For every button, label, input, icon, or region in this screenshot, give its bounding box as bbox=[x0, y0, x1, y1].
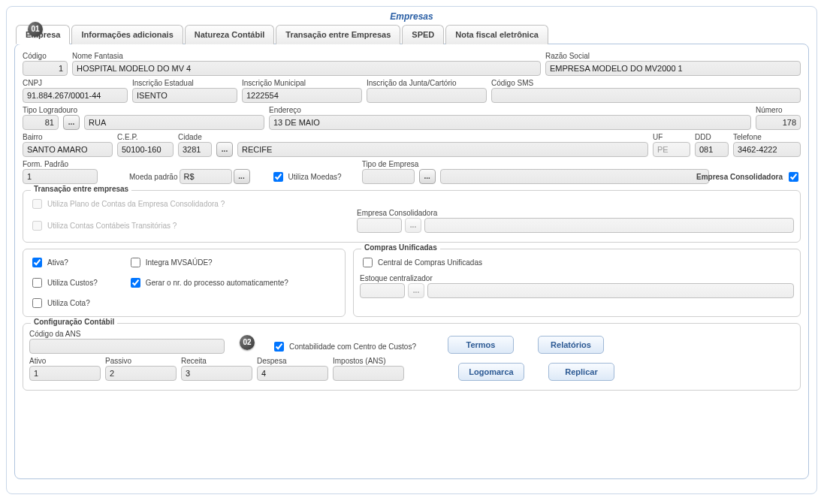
input-cnpj[interactable] bbox=[23, 88, 128, 103]
lbl-numero: Número bbox=[756, 106, 801, 114]
tab-natureza-contabil[interactable]: Natureza Contábil bbox=[185, 25, 275, 44]
chk-central-compras-input[interactable] bbox=[363, 258, 373, 267]
chk-contas-transitorias: Utiliza Contas Contábeis Transitórias ? bbox=[29, 219, 352, 233]
input-moeda-padrao[interactable] bbox=[180, 169, 232, 184]
input-codigo[interactable] bbox=[23, 61, 68, 76]
input-cod-sms[interactable] bbox=[491, 88, 801, 103]
window: 01 Empresas Empresa Informações adiciona… bbox=[6, 6, 817, 494]
chk-empresa-consolidadora[interactable] bbox=[789, 172, 798, 182]
lbl-emp-consol: Empresa Consolidadora bbox=[357, 209, 794, 217]
input-tipo-log-cod[interactable] bbox=[23, 115, 59, 130]
chk-plano-contas-input bbox=[32, 199, 42, 209]
lookup-estoque: ... bbox=[408, 283, 424, 298]
input-telefone[interactable] bbox=[733, 142, 801, 157]
chk-contab-centro-custos-input[interactable] bbox=[274, 342, 284, 352]
input-ativo[interactable] bbox=[29, 366, 101, 381]
input-bairro[interactable] bbox=[23, 142, 113, 157]
chk-utiliza-moedas[interactable]: Utiliza Moedas? bbox=[270, 170, 342, 184]
input-endereco[interactable] bbox=[269, 115, 751, 130]
input-receita[interactable] bbox=[181, 366, 252, 381]
legend-config: Configuração Contábil bbox=[31, 318, 117, 326]
lbl-cod-ans: Código da ANS bbox=[29, 330, 225, 338]
lbl-despesa: Despesa bbox=[257, 357, 328, 365]
lbl-razao-social: Razão Social bbox=[545, 52, 801, 60]
input-form-padrao[interactable] bbox=[23, 169, 98, 184]
lbl-receita: Receita bbox=[181, 357, 252, 365]
lbl-cnpj: CNPJ bbox=[23, 79, 128, 87]
input-cidade-desc[interactable] bbox=[237, 142, 648, 157]
tab-empresa[interactable]: Empresa bbox=[16, 25, 70, 44]
input-tipo-empresa-desc[interactable] bbox=[440, 169, 709, 184]
input-emp-consol-cod bbox=[357, 218, 402, 233]
chk-custos-input[interactable] bbox=[32, 278, 42, 288]
input-insc-est[interactable] bbox=[132, 88, 237, 103]
input-emp-consol-desc bbox=[424, 218, 794, 233]
lbl-insc-junta: Inscrição da Junta/Cartório bbox=[367, 79, 487, 87]
lbl-empresa-consolidadora: Empresa Consolidadora bbox=[696, 173, 783, 181]
chk-ativa[interactable]: Ativa? bbox=[29, 255, 98, 270]
fieldset-config-contabil: Configuração Contábil 02 Código da ANS C… bbox=[23, 323, 801, 391]
input-cidade-cod[interactable] bbox=[178, 142, 212, 157]
input-insc-junta[interactable] bbox=[367, 88, 487, 103]
chk-gerar-nr-input[interactable] bbox=[131, 278, 140, 288]
lbl-nome-fantasia: Nome Fantasia bbox=[72, 52, 541, 60]
lbl-impostos: Impostos (ANS) bbox=[333, 357, 404, 365]
lbl-uf: UF bbox=[653, 133, 690, 141]
tab-nfe[interactable]: Nota fiscal eletrônica bbox=[445, 25, 548, 44]
btn-termos[interactable]: Termos bbox=[448, 336, 514, 354]
lbl-cidade: Cidade bbox=[178, 133, 212, 141]
chk-cota[interactable]: Utiliza Cota? bbox=[29, 296, 98, 310]
input-nome-fantasia[interactable] bbox=[72, 61, 541, 76]
input-despesa[interactable] bbox=[257, 366, 328, 381]
lookup-emp-consol: ... bbox=[405, 218, 421, 233]
input-numero[interactable] bbox=[756, 115, 801, 130]
lbl-insc-est: Inscrição Estadual bbox=[132, 79, 237, 87]
legend-compras: Compras Unificadas bbox=[361, 243, 440, 252]
chk-ativa-input[interactable] bbox=[32, 258, 42, 267]
chk-plano-contas: Utiliza Plano de Contas da Empresa Conso… bbox=[29, 197, 352, 211]
lbl-passivo: Passivo bbox=[105, 357, 177, 365]
input-cep[interactable] bbox=[117, 142, 174, 157]
lookup-moeda[interactable]: ... bbox=[234, 169, 250, 184]
input-tipo-empresa-cod[interactable] bbox=[362, 169, 415, 184]
lbl-ddd: DDD bbox=[695, 133, 729, 141]
chk-contas-transitorias-input bbox=[32, 221, 42, 231]
lbl-form-padrao: Form. Padrão bbox=[23, 160, 98, 168]
chk-integra-input[interactable] bbox=[131, 258, 140, 267]
tab-transacao-empresas[interactable]: Transação entre Empresas bbox=[276, 25, 400, 44]
btn-replicar[interactable]: Replicar bbox=[548, 363, 614, 381]
btn-logomarca[interactable]: Logomarca bbox=[458, 363, 524, 381]
tab-info-adicionais[interactable]: Informações adicionais bbox=[71, 25, 183, 44]
btn-relatorios[interactable]: Relatórios bbox=[538, 336, 604, 354]
input-ddd[interactable] bbox=[695, 142, 729, 157]
chk-gerar-nr[interactable]: Gerar o nr. do processo automaticamente? bbox=[128, 276, 288, 290]
lookup-cidade[interactable]: ... bbox=[216, 142, 233, 157]
lbl-estoque: Estoque centralizador bbox=[360, 274, 794, 282]
input-impostos[interactable] bbox=[333, 366, 404, 381]
input-razao-social[interactable] bbox=[545, 61, 801, 76]
chk-central-compras[interactable]: Central de Compras Unificadas bbox=[360, 255, 794, 270]
badge-02: 02 bbox=[240, 335, 255, 350]
lbl-moeda-padrao: Moeda padrão bbox=[129, 173, 178, 181]
lbl-insc-mun: Inscrição Municipal bbox=[242, 79, 362, 87]
lbl-tipo-log: Tipo Logradouro bbox=[23, 106, 59, 114]
input-tipo-log-desc[interactable] bbox=[84, 115, 264, 130]
lbl-bairro: Bairro bbox=[23, 133, 113, 141]
chk-integra[interactable]: Integra MVSAÚDE? bbox=[128, 255, 288, 270]
chk-cota-input[interactable] bbox=[32, 298, 42, 308]
window-title: Empresas bbox=[14, 11, 809, 22]
tab-sped[interactable]: SPED bbox=[402, 25, 444, 44]
input-estoque-desc bbox=[427, 283, 794, 298]
lbl-cep: C.E.P. bbox=[117, 133, 174, 141]
input-cod-ans[interactable] bbox=[29, 339, 225, 354]
chk-contab-centro-custos[interactable]: Contabilidade com Centro de Custos? bbox=[271, 340, 416, 354]
chk-custos[interactable]: Utiliza Custos? bbox=[29, 276, 98, 290]
lbl-endereco: Endereço bbox=[269, 106, 751, 114]
chk-utiliza-moedas-input[interactable] bbox=[273, 172, 283, 182]
lookup-tipo-log[interactable]: ... bbox=[63, 115, 80, 130]
input-passivo[interactable] bbox=[105, 366, 177, 381]
lookup-tipo-empresa[interactable]: ... bbox=[419, 169, 436, 184]
input-uf bbox=[653, 142, 690, 157]
badge-01: 01 bbox=[28, 22, 43, 37]
input-insc-mun[interactable] bbox=[242, 88, 362, 103]
